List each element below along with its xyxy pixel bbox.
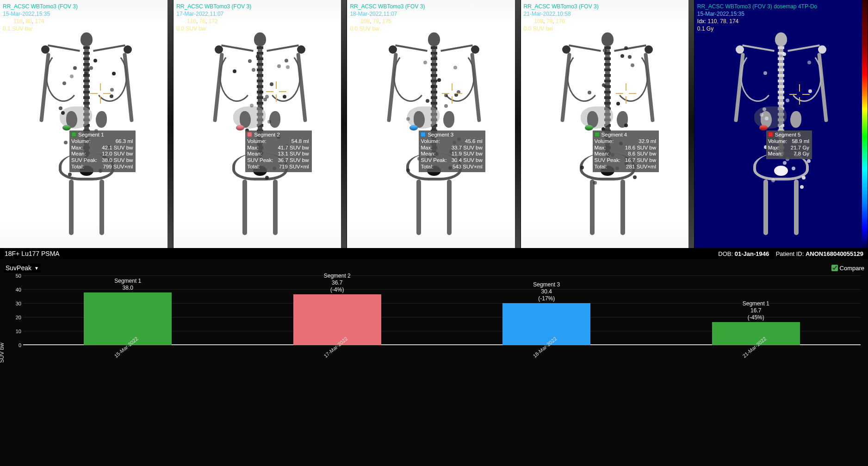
segment-info-box: Segment 1Volume:66.3 mlMax:42.1 SUV bwMe… <box>69 130 136 172</box>
roi-marker[interactable] <box>62 125 71 130</box>
colorbar <box>341 0 347 248</box>
y-tick: 50 <box>9 273 21 279</box>
roi-marker[interactable] <box>585 125 593 130</box>
overlay-study-date: 15-Mar-2022,15:35 <box>697 10 744 18</box>
overlay-study-date: 17-Mar-2022,11:07 <box>176 10 223 18</box>
viewport-1[interactable]: RR_ACSC WBTomo3 (FOV 3)15-Mar-2022,15:35… <box>0 0 174 248</box>
viewport-4[interactable]: RR_ACSC WBTomo3 (FOV 3)21-Mar-2022,10:58… <box>521 0 694 248</box>
y-tick: 30 <box>9 301 21 306</box>
colorbar <box>862 0 868 248</box>
colorbar <box>688 0 694 248</box>
overlay-idx: Idx: 110, 80, 174 <box>3 18 44 25</box>
bar-slot: Segment 330.4(-17%)18-Mar-2022 <box>442 276 651 345</box>
y-tick: 40 <box>9 287 21 292</box>
bar-label: Segment 138.0 <box>114 278 141 292</box>
compare-label: Compare <box>840 265 864 272</box>
bar[interactable] <box>293 294 381 345</box>
bar-slot: Segment 236.7(-4%)17-Mar-2022 <box>233 276 442 345</box>
pid-value: ANON168040055129 <box>806 250 863 257</box>
compare-checkbox[interactable] <box>831 265 838 271</box>
segment-info-box: Segment 3Volume:45.6 mlMax:33.7 SUV bwMe… <box>419 130 485 172</box>
bar-label: Segment 330.4(-17%) <box>533 281 560 302</box>
chart-panel: SuvPeak ▼ Compare SUV bw 01020304050Segm… <box>0 259 868 466</box>
y-tick: 10 <box>9 329 21 334</box>
viewport-5[interactable]: RR_ACSC WBTomo3 (FOV 3) dosemap 4TP-Do15… <box>694 0 868 248</box>
y-tick: 20 <box>9 315 21 320</box>
overlay-study-date: 15-Mar-2022,15:35 <box>3 10 50 18</box>
bar[interactable] <box>502 303 590 345</box>
overlay-study-name: RR_ACSC WBTomo3 (FOV 3) <box>3 3 78 10</box>
overlay-study-date: 18-Mar-2022,11:07 <box>350 10 397 18</box>
y-tick: 0 <box>9 342 21 348</box>
chart-y-axis-label: SUV bw <box>0 342 5 362</box>
overlay-idx: Idx: 108, 79, 176 <box>524 18 565 25</box>
overlay-study-name: RR_ACSC WBTomo3 (FOV 3) <box>524 3 599 10</box>
colorbar <box>167 0 173 248</box>
overlay-unit: 0.1 SUV bw <box>3 25 32 32</box>
bar-chart: 01020304050Segment 138.015-Mar-2022Segme… <box>23 276 864 359</box>
segment-info-box: Segment 4Volume:32.9 mlMax:18.6 SUV bwMe… <box>593 130 659 172</box>
tracer-label: 18F+ Lu177 PSMA <box>5 250 60 257</box>
chevron-down-icon: ▼ <box>34 266 39 271</box>
pid-label: Patient ID: <box>776 250 804 257</box>
chart-metric-label: SuvPeak <box>6 264 31 272</box>
bar-slot: Segment 116.7(-45%)21-Mar-2022 <box>651 276 861 345</box>
overlay-unit: 0.0 SUV bw <box>524 25 553 32</box>
overlay-study-date: 21-Mar-2022,10:58 <box>524 10 571 18</box>
segment-info-box: Segment 5Volume:58.9 mlMax:21.7 GyMean:7… <box>766 130 812 159</box>
overlay-study-name: RR_ACSC WBTomo3 (FOV 3) <box>176 3 251 10</box>
viewport-3[interactable]: RR_ACSC WBTomo3 (FOV 3)18-Mar-2022,11:07… <box>347 0 521 248</box>
chart-metric-dropdown[interactable]: SuvPeak ▼ <box>4 263 41 273</box>
overlay-idx: Idx: 110, 78, 174 <box>697 18 738 25</box>
bar-label: Segment 116.7(-45%) <box>743 300 769 321</box>
overlay-unit: 0.1 Gy <box>697 25 713 32</box>
dob-value: 01-Jan-1946 <box>735 250 769 257</box>
roi-marker[interactable] <box>759 125 768 130</box>
overlay-idx: Idx: 110, 76, 172 <box>176 18 217 25</box>
overlay-study-name: RR_ACSC WBTomo3 (FOV 3) dosemap 4TP-Do <box>697 3 817 10</box>
overlay-idx: Idx: 108, 79, 175 <box>350 18 391 25</box>
compare-toggle[interactable]: Compare <box>831 265 864 272</box>
bars-container: Segment 138.015-Mar-2022Segment 236.7(-4… <box>23 276 861 345</box>
patient-meta-bar: 18F+ Lu177 PSMA DOB: 01-Jan-1946 Patient… <box>0 248 868 259</box>
viewport-row: RR_ACSC WBTomo3 (FOV 3)15-Mar-2022,15:35… <box>0 0 868 248</box>
patient-right: DOB: 01-Jan-1946 Patient ID: ANON1680400… <box>718 250 863 257</box>
segment-info-box: Segment 2Volume:54.8 mlMax:41.7 SUV bwMe… <box>245 130 311 172</box>
colorbar <box>515 0 521 248</box>
overlay-study-name: RR_ACSC WBTomo3 (FOV 3) <box>350 3 425 10</box>
overlay-unit: 0.0 SUV bw <box>176 25 205 32</box>
viewport-2[interactable]: RR_ACSC WBTomo3 (FOV 3)17-Mar-2022,11:07… <box>174 0 347 248</box>
dob-label: DOB: <box>718 250 733 257</box>
overlay-unit: 0.0 SUV bw <box>350 25 379 32</box>
bar-label: Segment 236.7(-4%) <box>324 273 351 293</box>
bar[interactable] <box>84 292 172 345</box>
bar-slot: Segment 138.015-Mar-2022 <box>23 276 233 345</box>
